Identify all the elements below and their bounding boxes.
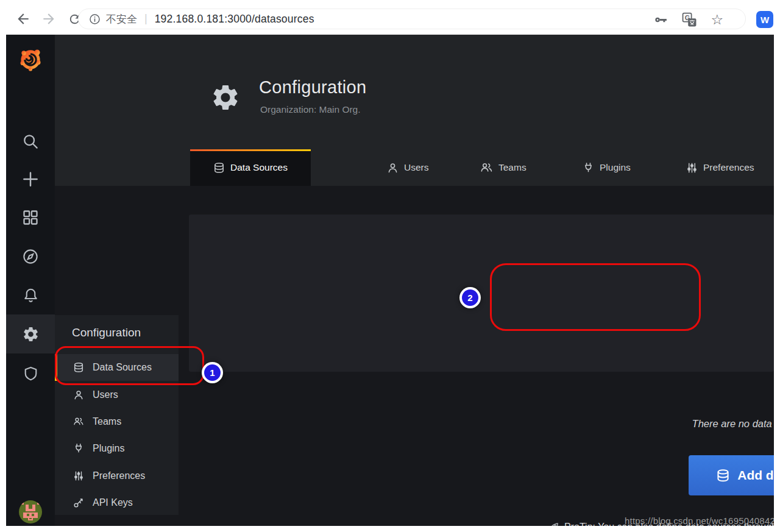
badge-number: 2 (467, 293, 472, 303)
plug-icon (73, 443, 84, 454)
sidebar-item-create[interactable] (6, 162, 55, 196)
app-viewport: Configuration Organization: Main Org. Da… (6, 35, 774, 526)
alerting-bell-icon (22, 287, 40, 305)
annotation-badge-2: 2 (462, 289, 478, 306)
grafana-sidebar (6, 35, 55, 526)
shield-icon (23, 366, 39, 382)
watermark-url: https://blog.csdn.net/wc1695040842 (625, 516, 774, 526)
screenshot-root: 不安全 | 192.168.0.181:3000/datasources G ☆… (0, 0, 780, 532)
omnibox-actions: G ☆ (653, 9, 723, 30)
active-tab-accent (190, 149, 311, 151)
forward-button[interactable] (40, 10, 57, 27)
submenu-item-data-sources[interactable]: Data Sources (55, 354, 179, 381)
tab-label: Data Sources (230, 162, 288, 173)
submenu-item-api-keys[interactable]: API Keys (55, 489, 179, 516)
browser-toolbar: 不安全 | 192.168.0.181:3000/datasources G ☆… (6, 2, 774, 35)
configuration-submenu: Configuration Data Sources Users Teams P… (55, 315, 179, 515)
search-icon (21, 132, 40, 151)
page-subtitle: Organization: Main Org. (260, 104, 361, 115)
back-arrow-icon (15, 11, 31, 27)
submenu-item-label: Teams (93, 416, 121, 427)
extension-letter: W (760, 15, 769, 25)
badge-number: 1 (210, 367, 214, 378)
tab-label: Teams (498, 162, 526, 173)
password-key-icon[interactable] (653, 12, 668, 27)
settings-gear-icon (22, 325, 40, 343)
sliders-icon (73, 470, 84, 481)
database-icon (213, 162, 225, 174)
key-icon (73, 497, 84, 508)
tab-label: Preferences (703, 162, 754, 173)
forward-arrow-icon (41, 11, 57, 27)
plus-icon (21, 170, 40, 188)
tab-data-sources[interactable]: Data Sources (190, 149, 311, 186)
annotation-badge-1: 1 (204, 364, 221, 381)
database-icon (716, 469, 730, 483)
browser-extension-button[interactable]: W (756, 11, 773, 28)
sidebar-item-search[interactable] (6, 124, 55, 158)
url-text[interactable]: 192.168.0.181:3000/datasources (155, 13, 314, 26)
submenu-item-preferences[interactable]: Preferences (55, 463, 179, 489)
submenu-item-label: Plugins (93, 443, 124, 454)
users-icon (73, 416, 84, 428)
tab-preferences[interactable]: Preferences (686, 149, 754, 186)
bookmark-star-icon[interactable]: ☆ (711, 13, 723, 27)
omnibox-divider: | (144, 12, 147, 25)
tab-teams[interactable]: Teams (480, 149, 526, 186)
security-label: 不安全 (106, 12, 137, 26)
submenu-item-label: Data Sources (93, 362, 152, 373)
sidebar-item-configuration[interactable] (6, 314, 55, 353)
add-data-source-label: Add data source (737, 468, 774, 483)
tab-label: Users (404, 162, 428, 173)
user-icon (73, 389, 84, 400)
grafana-logo-icon (17, 46, 44, 73)
sidebar-item-explore[interactable] (6, 239, 55, 274)
submenu-item-plugins[interactable]: Plugins (55, 435, 179, 462)
grafana-logo[interactable] (6, 43, 55, 75)
tab-plugins[interactable]: Plugins (583, 149, 631, 186)
datasources-empty-card: There are no data sources defined yet Ad… (189, 215, 774, 372)
sidebar-item-server-admin[interactable] (6, 356, 55, 391)
sliders-icon (686, 162, 698, 174)
submenu-title: Configuration (72, 326, 141, 339)
rocket-icon (547, 520, 560, 526)
user-avatar-icon (19, 500, 42, 523)
submenu-item-label: Preferences (93, 470, 145, 481)
info-circle-icon[interactable] (88, 13, 101, 26)
plug-icon (583, 162, 594, 174)
active-item-accent (55, 354, 57, 381)
submenu-item-label: API Keys (93, 497, 133, 508)
explore-compass-icon (21, 247, 40, 266)
database-icon (73, 362, 84, 373)
add-data-source-button[interactable]: Add data source (689, 455, 774, 495)
sidebar-item-alerting[interactable] (6, 278, 55, 313)
dashboards-grid-icon (22, 209, 39, 226)
translate-icon[interactable]: G (682, 12, 697, 27)
users-icon (480, 161, 493, 174)
empty-state-message: There are no data sources defined yet (670, 418, 774, 430)
back-button[interactable] (15, 10, 32, 27)
sidebar-item-dashboards[interactable] (6, 200, 55, 235)
submenu-item-label: Users (93, 389, 118, 400)
page-header: Configuration Organization: Main Org. Da… (55, 35, 774, 186)
tab-users[interactable]: Users (387, 149, 428, 186)
configuration-gear-icon (210, 82, 241, 113)
tab-label: Plugins (600, 162, 631, 173)
user-icon (387, 162, 399, 174)
submenu-item-teams[interactable]: Teams (55, 408, 179, 435)
submenu-item-users[interactable]: Users (55, 381, 179, 408)
address-bar[interactable]: 不安全 | 192.168.0.181:3000/datasources G ☆… (78, 9, 746, 29)
page-title: Configuration (259, 77, 366, 98)
user-avatar[interactable] (6, 495, 55, 526)
